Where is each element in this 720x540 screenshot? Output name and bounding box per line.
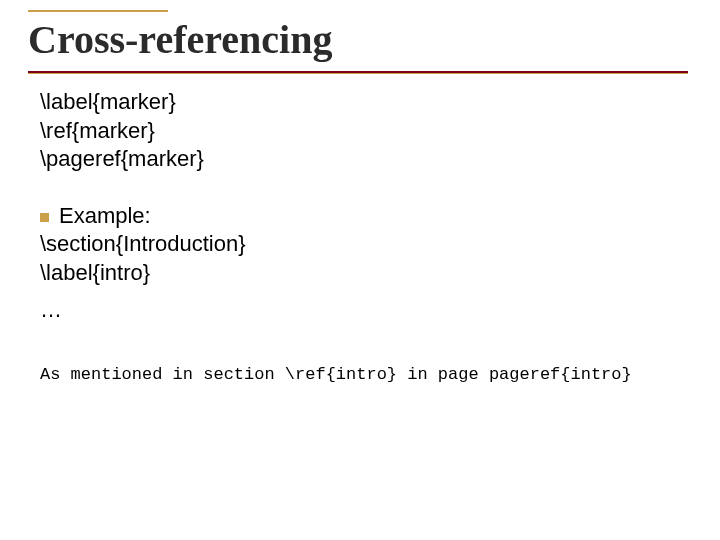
bullet-icon bbox=[40, 213, 49, 222]
mono-mid: in page bbox=[397, 365, 489, 384]
example-section: \section{Introduction} bbox=[40, 230, 680, 259]
example-label: Example: bbox=[59, 203, 151, 228]
slide-title: Cross-referencing bbox=[28, 10, 688, 73]
cmd-ref: \ref{marker} bbox=[40, 117, 680, 146]
title-block: Cross-referencing bbox=[28, 10, 688, 73]
title-underline bbox=[28, 71, 688, 73]
example-heading-line: Example: bbox=[40, 202, 680, 231]
example-block: Example: \section{Introduction} \label{i… bbox=[40, 202, 680, 324]
mono-line: As mentioned in section \ref{intro} in p… bbox=[40, 364, 680, 386]
title-shortline bbox=[28, 10, 168, 12]
slide-body: \label{marker} \ref{marker} \pageref{mar… bbox=[40, 88, 680, 386]
commands-block: \label{marker} \ref{marker} \pageref{mar… bbox=[40, 88, 680, 174]
example-labelintro: \label{intro} bbox=[40, 259, 680, 288]
example-ellipsis: … bbox=[40, 296, 680, 325]
mono-pageref: pageref{intro} bbox=[489, 365, 632, 384]
cmd-pageref: \pageref{marker} bbox=[40, 145, 680, 174]
mono-ref: \ref{intro} bbox=[285, 365, 397, 384]
slide: Cross-referencing \label{marker} \ref{ma… bbox=[0, 0, 720, 540]
cmd-label: \label{marker} bbox=[40, 88, 680, 117]
mono-pre: As mentioned in section bbox=[40, 365, 285, 384]
